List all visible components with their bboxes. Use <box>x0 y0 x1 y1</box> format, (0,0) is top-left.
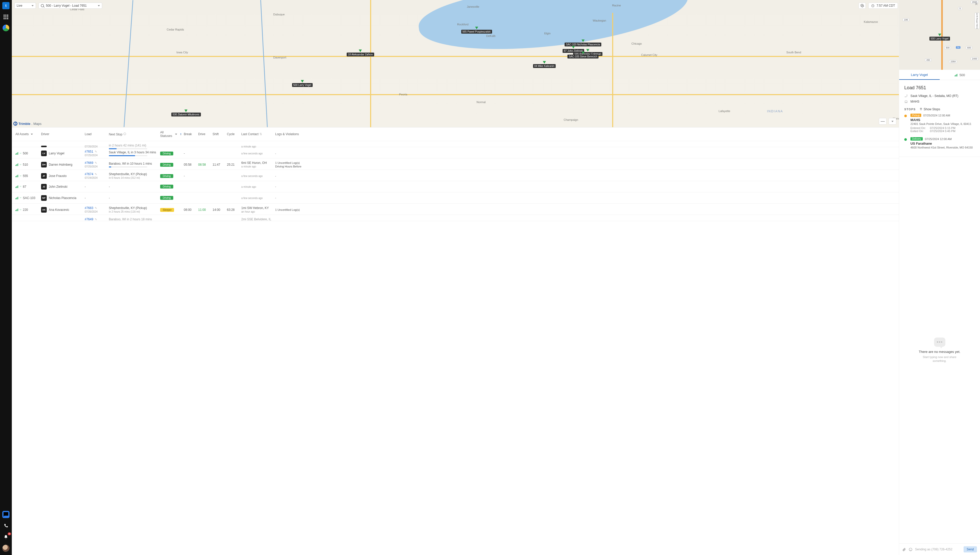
detail-minimap[interactable]: 2600 196 5 6 1176 Road 700 E 500 74 600 … <box>899 0 980 70</box>
next-stop: Sauk Village, IL in 3 hours 34 mins <box>109 151 156 154</box>
apps-grid-icon[interactable] <box>2 13 10 21</box>
minimap-pin: 500 Larry Vogel <box>929 37 950 40</box>
next-stop: Shepherdsville, KY (Pickup) <box>109 206 147 210</box>
map-pin[interactable]: SAC-105 Steve Berecich <box>568 51 599 58</box>
driver-badge <box>41 146 47 147</box>
attach-icon[interactable] <box>902 547 906 552</box>
close-panel-button[interactable]: ✕ <box>975 2 978 6</box>
last-contact-loc: 1mi SW Hebron, KY <box>241 206 269 210</box>
column-last-contact[interactable]: Last Contact ⇅ <box>240 132 274 136</box>
load-link[interactable]: #7674 <box>85 172 93 176</box>
map-pin[interactable]: 565 Pawel Pospieszalski <box>461 27 492 34</box>
tab-driver[interactable]: Larry Vogel <box>899 70 940 80</box>
column-assets[interactable]: All Assets <box>14 132 40 136</box>
map-pin[interactable]: SAC-103 Nicholas Plascencia <box>565 40 602 47</box>
column-driver[interactable]: Driver <box>40 132 84 136</box>
signal-icon <box>954 74 957 77</box>
table-row[interactable]: ⌔87JZJohn Zielinski--Drivinga minute ago… <box>12 181 899 192</box>
search-input[interactable]: 500 - Larry Vogel - Load 7651 <box>39 3 102 9</box>
clock-icon <box>871 4 874 8</box>
table-row[interactable]: #7649✎Baraboo, WI in 2 hours 18 mins2mi … <box>12 215 899 221</box>
asset-id: SAC-103 <box>23 196 35 200</box>
app-logo[interactable]: t <box>2 2 10 9</box>
stops-heading: STOPS <box>904 108 916 111</box>
cell-shf: 11:47 <box>211 163 226 167</box>
load-date: 07/25/2024 <box>85 165 98 168</box>
column-status[interactable]: All Statuses▲▼ <box>159 130 183 138</box>
map-pin[interactable]: 500 Larry Vogel <box>292 80 313 87</box>
load-date: 07/26/2024 <box>85 210 98 213</box>
driver-badge: DH <box>41 162 47 167</box>
mm-badge: 2400 <box>971 57 978 60</box>
message-area: There are no messages yet. Start typing … <box>899 157 980 544</box>
city-label: Kalamazoo <box>864 20 878 23</box>
product-shield-icon[interactable] <box>3 25 9 31</box>
notifications-icon[interactable]: 8 <box>2 533 10 541</box>
column-break[interactable]: Break <box>183 132 197 136</box>
show-stops-link[interactable]: Show Stops <box>919 107 940 111</box>
table-row[interactable]: ⌔555JFJose Frausto#7674✎07/24/2024Shephe… <box>12 170 899 181</box>
delivery-dot-icon <box>904 138 907 141</box>
violations: - <box>275 175 276 178</box>
progress-bar <box>109 167 147 167</box>
map-collapse-button[interactable]: — <box>879 118 887 125</box>
table-row[interactable]: ⌔220AKAna Kovacevic#7683✎07/26/2024Sheph… <box>12 204 899 215</box>
load-link[interactable]: #7649 <box>85 218 93 221</box>
map-settings-button[interactable] <box>859 3 866 9</box>
map-pin[interactable]: 04 Mike Kalicanin <box>533 61 555 68</box>
map-expand-button[interactable] <box>888 118 896 125</box>
column-next-stop[interactable]: Next Stop <box>108 132 159 136</box>
edit-icon[interactable]: ✎ <box>95 207 97 210</box>
mode-select[interactable]: Live <box>14 3 36 9</box>
table-row[interactable]: 07/26/2024in 2 hours 42 mins (141 mi)a m… <box>12 141 899 147</box>
edit-icon[interactable]: ✎ <box>95 161 97 164</box>
column-cycle[interactable]: Cycle <box>226 132 240 136</box>
next-stop-sub: in 2 hours 25 mins (116 mi) <box>109 210 140 213</box>
column-drive[interactable]: Drive <box>197 132 211 136</box>
next-stop: - <box>109 185 110 189</box>
user-avatar[interactable] <box>2 545 10 552</box>
next-stop: in 2 hours 42 mins (141 mi) <box>109 144 146 147</box>
column-load[interactable]: Load <box>84 132 108 136</box>
load-link[interactable]: #7683 <box>85 206 93 210</box>
chat-icon[interactable] <box>2 511 10 518</box>
map-pin[interactable]: 18 Aleksandar Zafirov <box>347 50 374 56</box>
map-pin[interactable]: 530 Zlatomir Milutinovic <box>171 109 201 116</box>
cell-brk: - <box>183 152 197 155</box>
svg-rect-7 <box>5 18 6 19</box>
load-link[interactable]: #7669 <box>85 161 93 165</box>
city-label: South Bend <box>787 51 801 54</box>
edit-icon[interactable]: ✎ <box>95 173 97 176</box>
send-button[interactable]: Send <box>964 546 977 552</box>
last-contact-loc: 6mi SE Huron, OH <box>241 161 267 165</box>
pickup-chip: Pickup <box>911 114 921 117</box>
cell-brk: 05:58 <box>183 163 197 167</box>
mm-badge: 2350 <box>949 60 957 63</box>
edit-icon[interactable]: ✎ <box>95 218 97 221</box>
phone-icon[interactable] <box>2 522 10 529</box>
column-shift[interactable]: Shift <box>211 132 226 136</box>
emoji-icon[interactable] <box>909 547 912 552</box>
map-pin-label: 565 Pawel Pospieszalski <box>461 30 492 34</box>
column-violations[interactable]: Logs & Violations <box>274 132 305 136</box>
next-stop-sub: in 6 hours 14 mins (312 mi) <box>109 176 140 179</box>
state-label: INDIANA <box>767 109 783 113</box>
table-row[interactable]: ⌔SAC-103NPNicholas Plascencia--Drivinga … <box>12 192 899 204</box>
asset-id: 87 <box>23 185 26 189</box>
pickup-dot-icon <box>904 115 907 117</box>
tab-asset[interactable]: 500 <box>940 70 980 80</box>
compose-input[interactable]: Sending as (708) 726-4252 <box>915 547 961 551</box>
table-row[interactable]: ⌔510DHDarren Holmberg#7669✎07/25/2024Bar… <box>12 159 899 170</box>
svg-rect-4 <box>5 16 6 18</box>
main-map[interactable]: INDIANA Cedar FallsDubuqueJanesvilleRaci… <box>12 0 980 127</box>
last-contact-time: a few seconds ago <box>241 175 262 178</box>
delivery-address: 4600 Northwest 41st Street, Riverside, M… <box>911 146 973 149</box>
svg-point-12 <box>907 95 907 95</box>
search-value: 500 - Larry Vogel - Load 7651 <box>46 4 87 8</box>
driver-badge: AK <box>41 207 47 213</box>
edit-icon[interactable]: ✎ <box>95 150 97 153</box>
load-link[interactable]: #7651 <box>85 150 93 153</box>
empty-chat-subtitle: Start typing now and share something. <box>917 355 963 363</box>
table-header: All Assets Driver Load Next Stop All Sta… <box>12 127 899 141</box>
svg-rect-1 <box>5 14 6 16</box>
